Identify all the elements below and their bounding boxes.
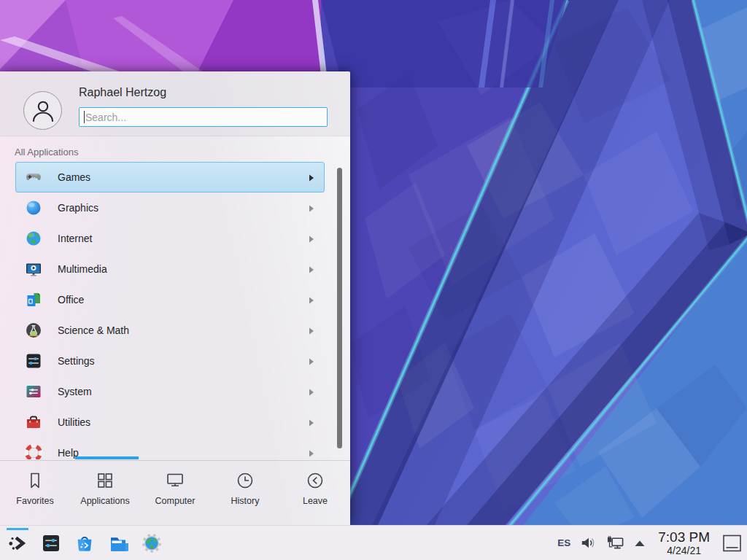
category-internet[interactable]: Internet xyxy=(15,223,325,254)
tab-label: Computer xyxy=(155,496,196,506)
category-label: Office xyxy=(58,294,84,306)
discover-launcher[interactable] xyxy=(74,526,96,560)
digital-clock[interactable]: 7:03 PM 4/24/21 xyxy=(658,530,710,556)
system-sliders-icon xyxy=(25,383,42,400)
category-label: Internet xyxy=(58,233,92,244)
tab-label: Favorites xyxy=(16,496,53,506)
submenu-arrow-icon xyxy=(309,358,314,365)
submenu-arrow-icon xyxy=(309,419,314,427)
text-cursor xyxy=(84,111,85,123)
submenu-arrow-icon xyxy=(309,297,314,304)
section-label: All Applications xyxy=(15,147,78,158)
active-tab-indicator xyxy=(75,456,139,459)
category-label: Multimedia xyxy=(58,263,107,275)
expand-arrow-icon[interactable] xyxy=(634,539,646,548)
user-avatar[interactable] xyxy=(23,91,62,130)
system-settings-icon xyxy=(41,533,61,553)
tab-leave[interactable]: Leave xyxy=(280,461,350,525)
gamepad-icon xyxy=(25,168,42,186)
category-science-math[interactable]: Science & Math xyxy=(15,315,325,346)
submenu-arrow-icon xyxy=(309,174,314,182)
file-manager-launcher[interactable] xyxy=(107,526,129,560)
taskbar-panel: ES 7:03 PM 4/24/21 xyxy=(0,525,747,560)
search-input[interactable] xyxy=(79,107,328,127)
category-settings[interactable]: Settings xyxy=(15,346,325,376)
category-office[interactable]: Office xyxy=(15,284,325,315)
launcher-header: Raphael Hertzog xyxy=(0,71,350,136)
clock-time: 7:03 PM xyxy=(658,530,710,544)
clock-date: 4/24/21 xyxy=(667,545,701,556)
submenu-arrow-icon xyxy=(309,450,314,457)
category-label: Utilities xyxy=(58,416,90,428)
settings-sliders-icon xyxy=(25,352,42,370)
category-label: Graphics xyxy=(58,202,98,214)
volume-icon[interactable] xyxy=(580,534,597,551)
category-graphics[interactable]: Graphics xyxy=(15,192,325,223)
taskbar-launchers xyxy=(7,526,163,560)
file-manager-folder-icon xyxy=(108,533,128,553)
kali-launcher-icon xyxy=(7,533,28,553)
tab-label: Applications xyxy=(80,496,129,506)
help-lifebuoy-icon xyxy=(25,444,42,459)
user-name: Raphael Hertzog xyxy=(79,86,166,99)
multimedia-monitor-icon xyxy=(25,260,42,278)
category-label: Games xyxy=(58,171,90,183)
leave-icon xyxy=(305,470,325,491)
network-icon[interactable] xyxy=(606,534,624,552)
office-documents-icon xyxy=(25,291,42,308)
computer-icon xyxy=(165,470,185,491)
application-launcher-menu: Raphael Hertzog All Applications xyxy=(0,71,350,525)
system-settings-launcher[interactable] xyxy=(40,526,62,560)
system-tray: ES 7:03 PM 4/24/21 xyxy=(557,530,747,556)
submenu-arrow-icon xyxy=(309,266,314,273)
keyboard-layout-indicator[interactable]: ES xyxy=(557,537,570,548)
category-label: Science & Math xyxy=(58,324,129,336)
category-utilities[interactable]: Utilities xyxy=(15,407,325,438)
tab-applications[interactable]: Applications xyxy=(70,461,140,525)
category-label: System xyxy=(58,386,92,397)
tab-computer[interactable]: Computer xyxy=(140,461,210,525)
category-system[interactable]: System xyxy=(15,376,325,407)
category-label: Settings xyxy=(58,355,95,367)
web-browser-globe-icon xyxy=(142,533,162,553)
utilities-toolbox-icon xyxy=(25,413,42,431)
launcher-tab-bar: Favorites Applications C xyxy=(0,461,350,525)
submenu-arrow-icon xyxy=(309,389,314,396)
submenu-arrow-icon xyxy=(309,205,314,212)
tab-history[interactable]: History xyxy=(210,461,280,525)
app-grid-icon xyxy=(95,470,115,491)
submenu-arrow-icon xyxy=(309,327,314,335)
desktop: Raphael Hertzog All Applications xyxy=(0,0,747,560)
list-scrollbar[interactable] xyxy=(337,168,342,448)
application-launcher-button[interactable] xyxy=(7,526,28,560)
tab-favorites[interactable]: Favorites xyxy=(0,461,70,525)
user-icon xyxy=(28,96,58,125)
history-clock-icon xyxy=(235,470,255,491)
show-desktop-button[interactable] xyxy=(722,534,742,553)
web-browser-launcher[interactable] xyxy=(141,526,163,560)
graphics-sphere-icon xyxy=(25,199,42,217)
category-games[interactable]: Games xyxy=(15,162,325,192)
internet-globe-icon xyxy=(25,230,42,247)
submenu-arrow-icon xyxy=(309,236,314,243)
application-category-list: Games Graphics xyxy=(0,162,350,459)
search-field-wrap xyxy=(79,107,328,127)
tab-label: History xyxy=(231,496,260,506)
active-launcher-indicator xyxy=(7,528,28,530)
bookmark-icon xyxy=(25,470,45,491)
tab-label: Leave xyxy=(303,496,328,506)
science-flask-icon xyxy=(25,322,42,339)
category-multimedia[interactable]: Multimedia xyxy=(15,254,325,284)
category-help[interactable]: Help xyxy=(15,438,325,459)
discover-bag-icon xyxy=(74,533,95,553)
